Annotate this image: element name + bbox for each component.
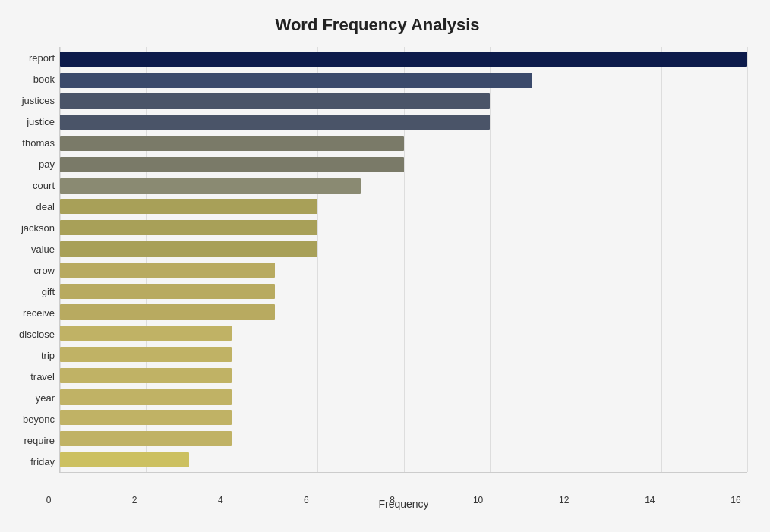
y-label: value xyxy=(8,239,55,259)
bar-row xyxy=(60,91,747,112)
y-label: report xyxy=(8,48,55,68)
y-label: travel xyxy=(8,367,55,387)
y-label: justice xyxy=(8,112,55,131)
y-label: beyonc xyxy=(8,410,55,430)
chart-container: Word Frequency Analysis reportbookjustic… xyxy=(0,0,770,532)
bar xyxy=(60,199,317,214)
bar-row xyxy=(60,281,747,302)
y-label: justices xyxy=(8,90,55,110)
bar xyxy=(60,220,317,235)
y-label: pay xyxy=(8,154,55,174)
bar xyxy=(60,304,275,320)
bar xyxy=(60,157,404,172)
bar-row xyxy=(60,197,747,218)
bar-row xyxy=(60,408,747,429)
bar-row xyxy=(60,449,747,471)
y-label: crow xyxy=(8,260,55,280)
y-label: deal xyxy=(8,197,55,216)
bar xyxy=(60,452,189,467)
bar xyxy=(60,136,404,151)
y-label: jackson xyxy=(8,218,55,238)
bar xyxy=(60,93,490,109)
bar-row xyxy=(60,323,747,344)
x-tick-label: 0 xyxy=(37,495,60,505)
bar-row xyxy=(60,238,747,260)
bar-row xyxy=(60,386,747,408)
bar xyxy=(60,52,747,67)
y-label: trip xyxy=(8,346,55,366)
bar-row xyxy=(60,49,747,70)
chart-title: Word Frequency Analysis xyxy=(8,15,747,35)
y-label: book xyxy=(8,69,55,89)
bar xyxy=(60,241,317,257)
bar xyxy=(60,410,232,425)
y-label: friday xyxy=(8,452,55,472)
y-label: disclose xyxy=(8,325,55,345)
x-axis-title: Frequency xyxy=(60,498,747,510)
bar-row xyxy=(60,112,747,133)
bar xyxy=(60,178,361,194)
chart-area: reportbookjusticesjusticethomaspaycourtd… xyxy=(8,47,747,473)
bar-row xyxy=(60,70,747,91)
plot-area: 0246810121416 Frequency xyxy=(59,47,747,473)
y-label: year xyxy=(8,389,55,408)
y-label: receive xyxy=(8,304,55,323)
bar-row xyxy=(60,428,747,449)
bar xyxy=(60,326,232,341)
grid-line xyxy=(747,47,748,472)
bar-row xyxy=(60,175,747,197)
bar xyxy=(60,263,275,278)
bar xyxy=(60,389,232,405)
bar xyxy=(60,368,232,383)
bar xyxy=(60,431,232,446)
bar-row xyxy=(60,133,747,154)
bar-row xyxy=(60,344,747,365)
bar xyxy=(60,73,532,88)
y-label: court xyxy=(8,175,55,195)
y-label: gift xyxy=(8,282,55,302)
bar-row xyxy=(60,302,747,323)
bar xyxy=(60,347,232,362)
bar-row xyxy=(60,365,747,386)
bar xyxy=(60,115,490,130)
bar-row xyxy=(60,217,747,238)
bar-row xyxy=(60,154,747,175)
y-label: require xyxy=(8,431,55,451)
bar-row xyxy=(60,260,747,281)
y-axis: reportbookjusticesjusticethomaspaycourtd… xyxy=(8,47,59,473)
y-label: thomas xyxy=(8,133,55,153)
bar xyxy=(60,284,275,299)
